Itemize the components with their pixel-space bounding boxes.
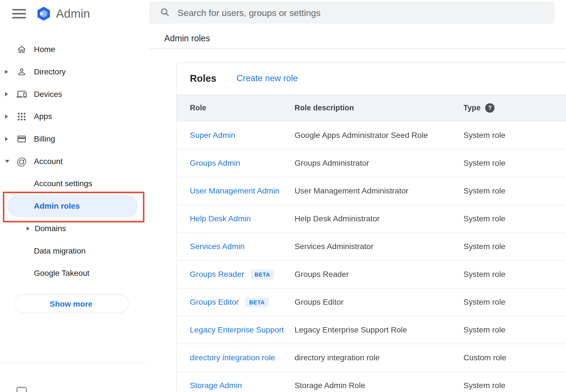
role-description: Help Desk Administrator xyxy=(295,214,464,223)
help-icon[interactable]: ? xyxy=(485,103,495,112)
role-description: directory integration role xyxy=(295,353,464,362)
expand-right-icon[interactable] xyxy=(5,137,8,141)
role-type: System role xyxy=(464,297,566,307)
apps-grid-icon xyxy=(17,111,27,122)
hamburger-menu-icon[interactable] xyxy=(12,9,26,18)
table-row: directory integration role directory int… xyxy=(177,344,566,372)
role-type: System role xyxy=(464,131,566,140)
sidebar-item-data-migration[interactable]: Data migration xyxy=(0,240,149,262)
hamburger-bar xyxy=(12,17,26,18)
role-link[interactable]: Storage Admin xyxy=(190,381,242,390)
role-link[interactable]: Super Admin xyxy=(190,131,235,140)
table-row: Groups Reader BETA Groups Reader System … xyxy=(177,261,566,288)
sidebar-nav: Home Directory Devices xyxy=(0,38,149,172)
sidebar-item-directory[interactable]: Directory xyxy=(0,61,149,83)
sidebar-item-label: Account settings xyxy=(34,179,92,188)
role-link[interactable]: Legacy Enterprise Support xyxy=(190,325,284,334)
roles-card: Roles Create new role Role Role descript… xyxy=(176,62,566,392)
roles-card-header: Roles Create new role xyxy=(177,63,566,94)
table-row: Help Desk Admin Help Desk Administrator … xyxy=(177,205,566,233)
roles-table: Super Admin Google Apps Administrator Se… xyxy=(177,122,566,392)
role-type: System role xyxy=(464,270,566,279)
sidebar-item-billing[interactable]: Billing xyxy=(0,128,149,150)
expand-right-icon[interactable] xyxy=(5,92,8,96)
sidebar-item-label: Account xyxy=(34,157,63,166)
admin-hexagon-logo xyxy=(36,6,51,21)
main-content: Admin roles Roles Create new role Role R… xyxy=(149,0,566,392)
partial-bottom-icon xyxy=(17,387,27,392)
collapse-down-icon[interactable] xyxy=(5,160,9,163)
role-description: User Management Administrator xyxy=(295,186,464,195)
column-header-description: Role description xyxy=(295,103,464,112)
role-link[interactable]: Groups Editor xyxy=(190,297,239,307)
app-title: Admin xyxy=(56,7,90,20)
sidebar-divider xyxy=(0,363,149,363)
sidebar-item-apps[interactable]: Apps xyxy=(0,105,149,128)
at-sign-icon: @ xyxy=(17,156,27,167)
search-input[interactable] xyxy=(170,7,554,18)
show-more-button[interactable]: Show more xyxy=(14,294,129,313)
expand-right-icon[interactable] xyxy=(5,70,8,74)
sidebar-item-devices[interactable]: Devices xyxy=(0,83,149,106)
table-row: Groups Editor BETA Groups Editor System … xyxy=(177,288,566,316)
role-link[interactable]: Help Desk Admin xyxy=(190,214,251,223)
sidebar-item-label: Admin roles xyxy=(34,201,80,211)
column-header-role: Role xyxy=(190,103,295,112)
hamburger-bar xyxy=(12,9,26,10)
breadcrumb: Admin roles xyxy=(164,33,566,43)
role-type: Custom role xyxy=(464,353,566,362)
table-row: User Management Admin User Management Ad… xyxy=(177,177,566,205)
expand-right-icon[interactable] xyxy=(5,115,8,119)
devices-icon xyxy=(17,89,27,99)
table-header-row: Role Role description Type ? xyxy=(177,94,566,122)
role-link[interactable]: Services Admin xyxy=(190,242,245,251)
sidebar-item-label: Domains xyxy=(35,224,66,233)
role-description: Services Administrator xyxy=(295,242,464,251)
sidebar-item-account[interactable]: @ Account xyxy=(0,150,149,173)
role-type: System role xyxy=(464,242,566,251)
sidebar-item-label: Directory xyxy=(34,67,66,76)
beta-badge: BETA xyxy=(251,270,274,279)
role-link[interactable]: User Management Admin xyxy=(190,186,279,195)
sidebar-item-label: Google Takeout xyxy=(34,269,90,278)
role-type: System role xyxy=(464,186,566,195)
search-icon xyxy=(160,7,170,18)
table-row: Legacy Enterprise Support Legacy Enterpr… xyxy=(177,316,566,344)
hamburger-bar xyxy=(12,13,26,14)
home-icon xyxy=(17,44,27,54)
beta-badge: BETA xyxy=(245,297,269,307)
column-header-type-label: Type xyxy=(464,103,481,112)
sidebar-item-admin-roles[interactable]: Admin roles xyxy=(7,195,138,217)
role-type: System role xyxy=(464,214,566,223)
sidebar-item-account-settings[interactable]: Account settings xyxy=(0,173,149,195)
role-description: Groups Editor xyxy=(295,297,464,307)
role-description: Groups Reader xyxy=(295,270,464,279)
role-link[interactable]: Groups Reader xyxy=(190,270,244,279)
create-new-role-link[interactable]: Create new role xyxy=(237,73,298,83)
sidebar-item-domains[interactable]: Domains xyxy=(0,217,149,240)
account-sub-list: Account settings Admin roles Domains Dat… xyxy=(0,173,149,285)
admin-console: Admin Home Directory De xyxy=(0,0,566,392)
sidebar-item-label: Billing xyxy=(34,134,55,143)
table-row: Super Admin Google Apps Administrator Se… xyxy=(177,122,566,149)
role-type: System role xyxy=(464,381,566,390)
role-description: Groups Administrator xyxy=(295,158,464,168)
column-header-type: Type ? xyxy=(464,103,566,112)
sidebar-item-label: Devices xyxy=(34,90,62,99)
sidebar-item-label: Data migration xyxy=(34,246,86,256)
role-description: Storage Admin Role xyxy=(295,381,464,390)
search-bar xyxy=(149,1,554,24)
sidebar-item-google-takeout[interactable]: Google Takeout xyxy=(0,262,149,284)
person-icon xyxy=(17,67,27,77)
roles-title: Roles xyxy=(190,73,216,84)
role-description: Google Apps Administrator Seed Role xyxy=(295,131,464,140)
scaled-viewport: Admin Home Directory De xyxy=(0,0,566,392)
role-link[interactable]: Groups Admin xyxy=(190,158,240,168)
role-link[interactable]: directory integration role xyxy=(190,353,275,362)
sidebar-item-label: Apps xyxy=(34,112,52,121)
sidebar-item-home[interactable]: Home xyxy=(0,38,149,61)
table-row: Groups Admin Groups Administrator System… xyxy=(177,149,566,177)
table-row: Storage Admin Storage Admin Role System … xyxy=(177,372,566,392)
table-row: Services Admin Services Administrator Sy… xyxy=(177,233,566,261)
expand-right-icon[interactable] xyxy=(27,226,29,231)
